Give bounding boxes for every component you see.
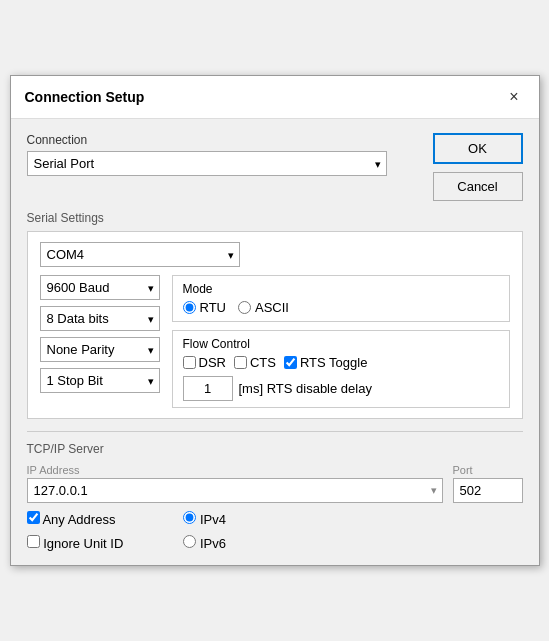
flow-control-group: Flow Control DSR CTS [172,330,510,408]
rts-label: RTS Toggle [300,355,367,370]
rts-checkbox-label[interactable]: RTS Toggle [284,355,367,370]
serial-settings-label: Serial Settings [27,211,523,225]
flow-control-label: Flow Control [183,337,499,351]
any-address-checkbox[interactable] [27,511,40,524]
dsr-checkbox-label[interactable]: DSR [183,355,226,370]
ascii-radio-label[interactable]: ASCII [238,300,289,315]
cts-checkbox-label[interactable]: CTS [234,355,276,370]
port-select-wrapper: COM1 COM2 COM3 COM4 COM5 [40,242,240,267]
dialog-title: Connection Setup [25,89,145,105]
port-select[interactable]: COM1 COM2 COM3 COM4 COM5 [40,242,240,267]
ipv6-radio[interactable] [183,535,196,548]
rtu-radio-label[interactable]: RTU [183,300,226,315]
parity-select-wrapper: None Parity Even Parity Odd Parity [40,337,160,362]
ipv4-text: IPv4 [200,512,226,527]
mode-label: Mode [183,282,499,296]
ignore-unit-label[interactable]: Ignore Unit ID [27,535,124,551]
ipv6-text: IPv6 [200,536,226,551]
parity-select[interactable]: None Parity Even Parity Odd Parity [40,337,160,362]
ignore-unit-checkbox[interactable] [27,535,40,548]
cts-checkbox[interactable] [234,356,247,369]
rts-checkbox[interactable] [284,356,297,369]
connection-select-wrapper: Serial Port TCP/IP Client TCP/IP Server [27,151,387,176]
databits-select-wrapper: 7 Data bits 8 Data bits [40,306,160,331]
ipv4-radio[interactable] [183,511,196,524]
ipv6-radio-label[interactable]: IPv6 [183,535,226,551]
ip-field-label: IP Address [27,464,443,476]
baud-select-wrapper: 1200 Baud 2400 Baud 4800 Baud 9600 Baud … [40,275,160,300]
close-button[interactable]: × [503,86,524,108]
connection-label: Connection [27,133,423,147]
cancel-button[interactable]: Cancel [433,172,523,201]
connection-setup-dialog: Connection Setup × Connection Serial Por… [10,75,540,566]
stopbit-select[interactable]: 1 Stop Bit 2 Stop Bits [40,368,160,393]
title-bar: Connection Setup × [11,76,539,119]
rtu-radio[interactable] [183,301,196,314]
port-input[interactable] [453,478,523,503]
baud-select[interactable]: 1200 Baud 2400 Baud 4800 Baud 9600 Baud … [40,275,160,300]
tcp-label: TCP/IP Server [27,442,523,456]
connection-select[interactable]: Serial Port TCP/IP Client TCP/IP Server [27,151,387,176]
ignore-unit-text: Ignore Unit ID [43,536,123,551]
stopbit-select-wrapper: 1 Stop Bit 2 Stop Bits [40,368,160,393]
port-field-label: Port [453,464,523,476]
cts-label: CTS [250,355,276,370]
any-address-label[interactable]: Any Address [27,511,124,527]
ipv4-radio-label[interactable]: IPv4 [183,511,226,527]
ascii-label: ASCII [255,300,289,315]
ip-input[interactable] [27,478,443,503]
databits-select[interactable]: 7 Data bits 8 Data bits [40,306,160,331]
mode-group: Mode RTU ASCII [172,275,510,322]
rts-delay-label: [ms] RTS disable delay [239,381,372,396]
dsr-label: DSR [199,355,226,370]
any-address-text: Any Address [42,512,115,527]
rts-delay-input[interactable] [183,376,233,401]
rtu-label: RTU [200,300,226,315]
dsr-checkbox[interactable] [183,356,196,369]
ok-button[interactable]: OK [433,133,523,164]
ascii-radio[interactable] [238,301,251,314]
ip-select-wrapper: ▾ [27,478,443,503]
